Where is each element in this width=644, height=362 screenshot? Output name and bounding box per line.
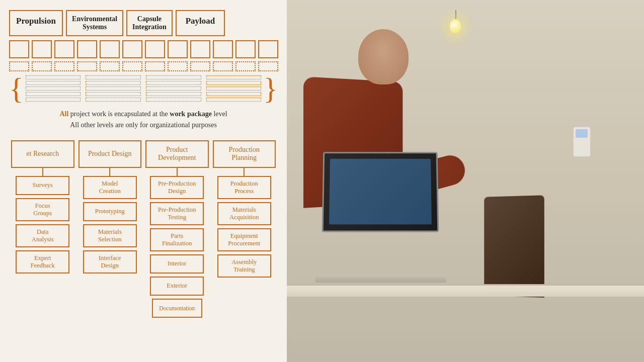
small-sq-8 bbox=[168, 40, 188, 58]
dotted-sq-3 bbox=[54, 61, 74, 71]
assembly-training-box: AssemblyTraining bbox=[217, 254, 271, 278]
top-boxes-row: Propulsion EnvironmentalSystems CapsuleI… bbox=[9, 10, 278, 36]
person-head bbox=[358, 29, 409, 84]
connector-v-1 bbox=[42, 168, 43, 176]
small-sq-6 bbox=[122, 40, 142, 58]
explain-line1: project work is encapsulated at the bbox=[70, 110, 170, 118]
laptop-base bbox=[315, 275, 446, 283]
model-creation-box: ModelCreation bbox=[83, 176, 137, 199]
documentation-box: Documentation bbox=[152, 299, 202, 318]
product-development-header: ProductDevelopment bbox=[145, 140, 209, 168]
production-process-box: ProductionProcess bbox=[217, 176, 271, 199]
left-panel: Propulsion EnvironmentalSystems CapsuleI… bbox=[0, 0, 287, 362]
text-line-11 bbox=[146, 75, 201, 79]
small-sq-7 bbox=[145, 40, 165, 58]
work-package-highlight: work package bbox=[170, 110, 212, 118]
wbs-tree-section: et Research Surveys FocusGroups DataAnal… bbox=[9, 140, 278, 321]
right-brace-icon: } bbox=[263, 73, 278, 104]
small-sq-9 bbox=[190, 40, 210, 58]
text-line-8 bbox=[86, 86, 141, 90]
text-block-col-1 bbox=[26, 75, 81, 102]
small-squares-row bbox=[9, 40, 278, 58]
laptop-screen-inner bbox=[329, 159, 432, 224]
text-line-12 bbox=[146, 81, 201, 85]
dotted-sq-6 bbox=[122, 61, 142, 71]
bulb-body bbox=[450, 19, 461, 33]
dotted-sq-7 bbox=[145, 61, 165, 71]
text-line-18 bbox=[206, 86, 262, 90]
small-sq-1 bbox=[9, 40, 29, 58]
text-blocks-inner bbox=[26, 75, 261, 102]
production-planning-header: ProductionPlanning bbox=[213, 140, 276, 168]
materials-acquisition-box: MaterialsAcquisition bbox=[217, 202, 271, 225]
text-line-16 bbox=[206, 75, 262, 79]
small-sq-10 bbox=[213, 40, 233, 58]
text-block-col-2 bbox=[86, 75, 141, 102]
pre-production-testing-box: Pre-ProductionTesting bbox=[150, 202, 204, 225]
small-sq-3 bbox=[54, 40, 74, 58]
small-sq-12 bbox=[258, 40, 278, 58]
light-bulb bbox=[448, 10, 463, 35]
propulsion-box: Propulsion bbox=[9, 10, 63, 36]
dotted-sq-1 bbox=[9, 61, 29, 71]
text-line-1 bbox=[26, 75, 81, 79]
connector-v-3 bbox=[177, 168, 178, 176]
equipment-procurement-box: EquipmentProcurement bbox=[217, 228, 271, 251]
text-line-20 bbox=[206, 98, 262, 102]
market-research-children: Surveys FocusGroups DataAnalysis ExpertF… bbox=[11, 176, 74, 277]
capsule-integration-box: CapsuleIntegration bbox=[126, 10, 173, 36]
dotted-sq-12 bbox=[258, 61, 278, 71]
text-line-7 bbox=[86, 81, 141, 85]
text-line-14 bbox=[146, 92, 201, 96]
interior-box: Interior bbox=[150, 254, 204, 274]
text-line-13 bbox=[146, 86, 201, 90]
brace-row: { bbox=[9, 73, 278, 104]
text-line-6 bbox=[86, 75, 141, 79]
dotted-sq-10 bbox=[213, 61, 233, 71]
dotted-sq-8 bbox=[168, 61, 188, 71]
connector-v-2 bbox=[109, 168, 110, 176]
product-design-children: ModelCreation Prototyping MaterialsSelec… bbox=[78, 176, 142, 277]
prototyping-box: Prototyping bbox=[83, 202, 137, 221]
text-line-2 bbox=[26, 81, 81, 85]
data-analysis-box: DataAnalysis bbox=[16, 224, 69, 247]
expert-feedback-box: ExpertFeedback bbox=[16, 250, 69, 274]
product-development-children: Pre-ProductionDesign Pre-ProductionTesti… bbox=[145, 176, 209, 321]
thermostat bbox=[573, 127, 591, 157]
left-brace-icon: { bbox=[9, 73, 24, 104]
small-sq-2 bbox=[32, 40, 52, 58]
explain-text: All project work is encapsulated at the … bbox=[9, 109, 278, 131]
parts-finalization-box: PartsFinalization bbox=[150, 228, 204, 251]
thermostat-screen bbox=[576, 129, 587, 138]
right-panel bbox=[287, 0, 644, 362]
interface-design-box: InterfaceDesign bbox=[83, 250, 137, 274]
small-sq-11 bbox=[235, 40, 256, 58]
hierarchy-section: Propulsion EnvironmentalSystems CapsuleI… bbox=[9, 10, 278, 104]
connector-v-4 bbox=[244, 168, 245, 176]
table-surface bbox=[287, 284, 644, 297]
photo-scene bbox=[287, 0, 644, 362]
text-line-3 bbox=[26, 86, 81, 90]
wbs-col-product-development: ProductDevelopment Pre-ProductionDesign … bbox=[143, 140, 211, 321]
chair-back bbox=[484, 196, 544, 298]
explain-line1-end: level bbox=[213, 110, 227, 118]
exterior-box: Exterior bbox=[150, 277, 204, 296]
explain-line2: All other levels are only for organizati… bbox=[9, 120, 278, 131]
product-design-header: Product Design bbox=[78, 140, 142, 168]
bulb-wire bbox=[455, 10, 456, 20]
surveys-box: Surveys bbox=[16, 176, 69, 195]
wbs-col-market-research: et Research Surveys FocusGroups DataAnal… bbox=[9, 140, 76, 321]
dotted-sq-2 bbox=[32, 61, 52, 71]
focus-groups-box: FocusGroups bbox=[16, 198, 69, 221]
market-research-header: et Research bbox=[11, 140, 74, 168]
payload-box: Payload bbox=[176, 10, 225, 36]
text-block-col-4 bbox=[206, 75, 262, 102]
text-line-15 bbox=[146, 98, 201, 102]
pre-production-design-box: Pre-ProductionDesign bbox=[150, 176, 204, 199]
small-sq-5 bbox=[100, 40, 120, 58]
wbs-col-product-design: Product Design ModelCreation Prototyping… bbox=[76, 140, 144, 321]
text-line-19 bbox=[206, 92, 262, 96]
dotted-sq-5 bbox=[100, 61, 120, 71]
materials-selection-box: MaterialsSelection bbox=[83, 224, 137, 247]
small-sq-4 bbox=[77, 40, 97, 58]
